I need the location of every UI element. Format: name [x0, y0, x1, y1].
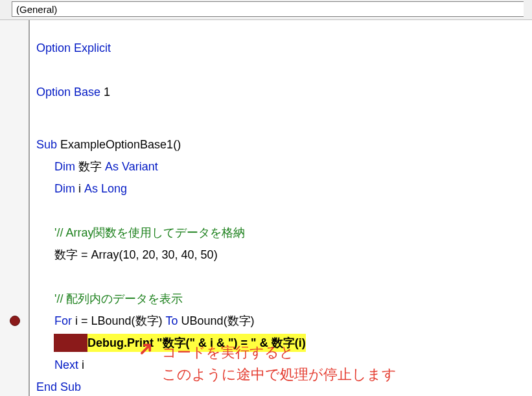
code-token: i = LBound(数字): [72, 315, 166, 327]
annotation-line: コードを実行すると: [162, 344, 294, 360]
code-token: To: [166, 315, 178, 327]
code-token: i: [75, 183, 84, 194]
code-token: As Long: [84, 183, 127, 194]
code-line: For i = LBound(数字) To UBound(数字): [36, 310, 532, 332]
code-token: 数字: [75, 161, 105, 172]
code-token: Dim: [54, 183, 75, 194]
object-dropdown[interactable]: (General): [12, 1, 524, 17]
code-editor: Option Explicit Option Base 1 Sub Exampl…: [0, 19, 532, 396]
code-blank-line: [36, 59, 532, 81]
indicator-margin[interactable]: [0, 20, 30, 396]
code-blank-line: [36, 266, 532, 288]
code-comment: '// Array関数を使用してデータを格納: [54, 227, 245, 239]
breakpoint-icon: [10, 316, 20, 326]
code-line: '// 配列内のデータを表示: [36, 288, 532, 310]
code-token: 数字 = Array(10, 20, 30, 40, 50): [54, 249, 218, 261]
breakpoint-highlight: [54, 334, 87, 352]
code-line: 数字 = Array(10, 20, 30, 40, 50): [36, 244, 532, 266]
breakpoint-marker[interactable]: [9, 314, 23, 329]
code-token: i: [78, 359, 84, 371]
code-pane[interactable]: Option Explicit Option Base 1 Sub Exampl…: [30, 20, 532, 396]
dropdown-selected-text: (General): [16, 4, 57, 15]
code-line: Option Explicit: [36, 37, 532, 59]
code-token: Next: [54, 359, 78, 371]
code-line: Option Base 1: [36, 81, 532, 103]
code-token: As Variant: [105, 161, 158, 172]
code-line: Sub ExampleOptionBase1(): [36, 134, 532, 156]
code-token: For: [54, 315, 72, 327]
annotation-line: このように途中で処理が停止します: [162, 366, 397, 382]
code-blank-line: [36, 111, 532, 134]
code-token: ExampleOptionBase1(): [57, 139, 181, 150]
code-token: Option Explicit: [36, 42, 111, 54]
code-comment: '// 配列内のデータを表示: [54, 293, 183, 305]
code-token: Dim: [54, 161, 75, 172]
code-line: Dim 数字 As Variant: [36, 156, 532, 178]
code-token: UBound(数字): [178, 315, 255, 327]
code-blank-line: [36, 200, 532, 222]
proc-separator: [36, 107, 532, 108]
code-token: Option Base: [36, 86, 100, 98]
code-token: Sub: [36, 139, 57, 150]
code-line: Dim i As Long: [36, 178, 532, 200]
code-token: End Sub: [36, 381, 81, 393]
code-token: 1: [100, 86, 110, 98]
code-line: '// Array関数を使用してデータを格納: [36, 222, 532, 244]
annotation-text: コードを実行すると このように途中で処理が停止します: [162, 342, 397, 386]
